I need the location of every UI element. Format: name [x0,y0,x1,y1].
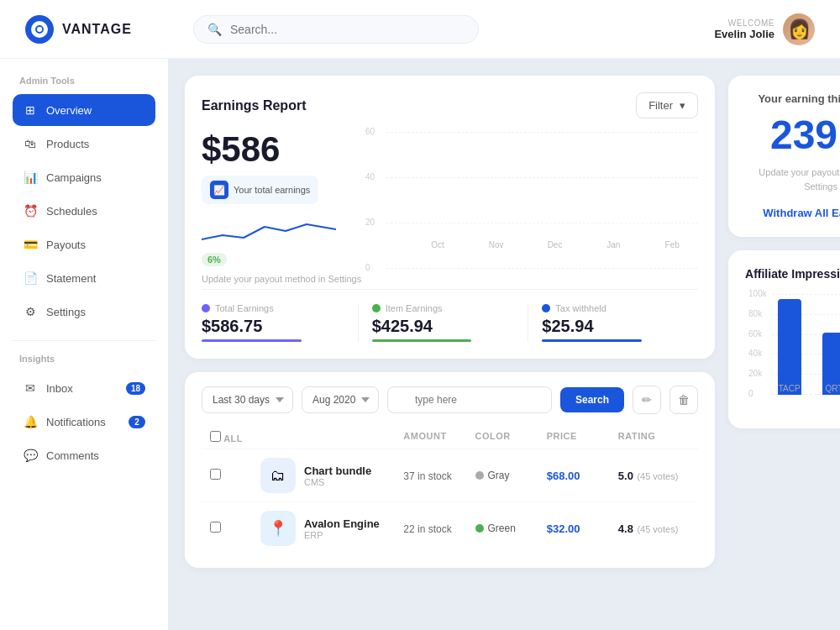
stat-dot [542,304,550,312]
app-name: VANTAGE [62,22,132,37]
earnings-left: $586 📈 Your total earnings 6% [202,132,370,286]
rating-text: 5.0 [618,470,633,482]
rating-col: 4.8 (45 votes) [618,521,690,536]
chevron-down-icon: ▾ [680,99,685,112]
sidebar-item-label: Notifications [46,416,106,428]
rating-text: 4.8 [618,522,633,535]
earnings-badge-label: Your total earnings [234,185,310,195]
sidebar-item-label: Schedules [46,205,97,218]
welcome-label: WELCOME [714,18,774,28]
sidebar-item-label: Comments [46,449,99,462]
product-col: 📍 Avalon Engine ERP [260,511,403,546]
month-select[interactable]: Aug 2020 Sep 2020 Oct 2020 [302,386,379,413]
affiliate-chart-container: 100k 80k 60k 40k 20k 0 TACP [745,294,840,412]
search-button[interactable]: Search [560,387,624,412]
inbox-icon: ✉ [23,381,38,396]
campaigns-icon: 📊 [23,170,38,185]
gridline: 60 [386,132,698,133]
product-info: Avalon Engine ERP [304,517,403,540]
edit-icon: ✏ [642,393,652,407]
earnings-badge: 📈 Your total earnings [202,176,318,204]
sidebar-divider [13,340,155,341]
row-checkbox[interactable] [210,469,221,480]
earnings-note: Update your payout method in Settings [202,273,370,286]
product-icon: 🗂 [270,467,286,485]
color-label: Green [488,522,516,534]
color-badge: Green [475,522,547,534]
sidebar-item-label: Campaigns [46,171,102,184]
col-header-price: Price [547,431,618,444]
aff-col-tacp: TACP [772,294,806,395]
comments-icon: 💬 [23,448,38,463]
admin-section-title: Admin tools [13,76,155,86]
product-col: 🗂 Chart bundle CMS [260,458,403,493]
select-all-checkbox[interactable] [210,431,221,442]
col-header-product [260,431,403,444]
withdraw-button[interactable]: Withdraw All Earnings [763,207,840,219]
earning-month-title: Your earning this month [745,92,840,105]
products-toolbar: Last 30 days Last 7 days Last 90 days Au… [202,386,698,414]
table-header: ALL Amount Color Price Rating [202,426,698,449]
affiliate-title: Affiliate Impressions [745,267,840,281]
bar-chart-area: 60 40 20 0 [386,132,698,286]
trend-pct: 6% [202,253,227,266]
amount-text: 22 in stock [403,523,451,535]
stat-tax-withheld: Tax withheld $25.94 [528,303,698,342]
user-area: WELCOME Evelin Jolie 👩 [714,13,815,45]
stat-total-earnings: Total Earnings $586.75 [202,303,359,342]
user-info: WELCOME Evelin Jolie [714,18,774,40]
search-input[interactable] [230,23,465,36]
row-checkbox-col [210,468,260,483]
sidebar-item-schedules[interactable]: ⏰ Schedules [13,195,155,227]
color-col: Gray [475,470,547,481]
table-row: 🗂 Chart bundle CMS 37 in stock Gra [202,449,698,502]
filter-button[interactable]: Filter ▾ [636,92,698,118]
logo-area: VANTAGE [25,15,193,44]
row-checkbox[interactable] [210,522,221,533]
sidebar-item-payouts[interactable]: 💳 Payouts [13,228,155,260]
price-text: $32.00 [547,522,580,535]
sidebar-item-products[interactable]: 🛍 Products [13,128,155,160]
products-search-input[interactable] [387,386,552,413]
edit-button[interactable]: ✏ [633,386,661,414]
products-icon: 🛍 [23,136,38,151]
stat-indicator: Item Earnings [372,303,515,313]
statement-icon: 📄 [23,270,38,286]
sidebar-item-inbox[interactable]: ✉ Inbox 18 [13,372,155,404]
stat-bar [542,339,642,342]
date-range-select[interactable]: Last 30 days Last 7 days Last 90 days [202,386,293,413]
earning-month-value: 239.4 [745,115,840,155]
sidebar-item-comments[interactable]: 💬 Comments [13,439,155,471]
color-col: Green [475,522,547,534]
search-bar[interactable]: 🔍 [193,15,479,44]
overview-icon: ⊞ [23,102,38,118]
product-sub: CMS [304,477,403,487]
gridline: 0 [386,268,698,269]
sidebar-item-label: Overview [46,104,92,117]
aff-bar-tacp [778,299,801,395]
col-header-rating: Rating [618,431,690,444]
chart-gridlines: 60 40 20 0 [386,132,698,269]
color-dot [475,471,484,480]
color-dot [475,524,484,533]
logo-icon [25,15,54,44]
table-row: 📍 Avalon Engine ERP 22 in stock Gr [202,502,698,554]
right-panel: Your earning this month 239.4 Update you… [728,76,840,613]
insights-section-title: Insights [13,354,155,364]
stat-label: Tax withheld [555,303,606,313]
earning-month-note: Update your payout method in Settings [745,165,840,193]
trend-line [202,214,370,248]
stat-item-earnings: Item Earnings $425.94 [359,303,529,342]
sidebar-item-campaigns[interactable]: 📊 Campaigns [13,161,155,193]
product-thumb: 🗂 [260,458,296,493]
sidebar-item-notifications[interactable]: 🔔 Notifications 2 [13,406,155,438]
sidebar-item-statement[interactable]: 📄 Statement [13,262,155,294]
col-header-color: Color [475,431,547,444]
sidebar-item-label: Statement [46,272,96,285]
bar-chart-wrapper: 60 40 20 0 [386,132,698,286]
sidebar-item-settings[interactable]: ⚙ Settings [13,296,155,328]
delete-button[interactable]: 🗑 [669,386,698,414]
sidebar-item-overview[interactable]: ⊞ Overview [13,94,155,126]
content-area: Earnings Report Filter ▾ $586 📈 Your tot… [168,59,840,630]
product-name: Avalon Engine [304,517,403,530]
